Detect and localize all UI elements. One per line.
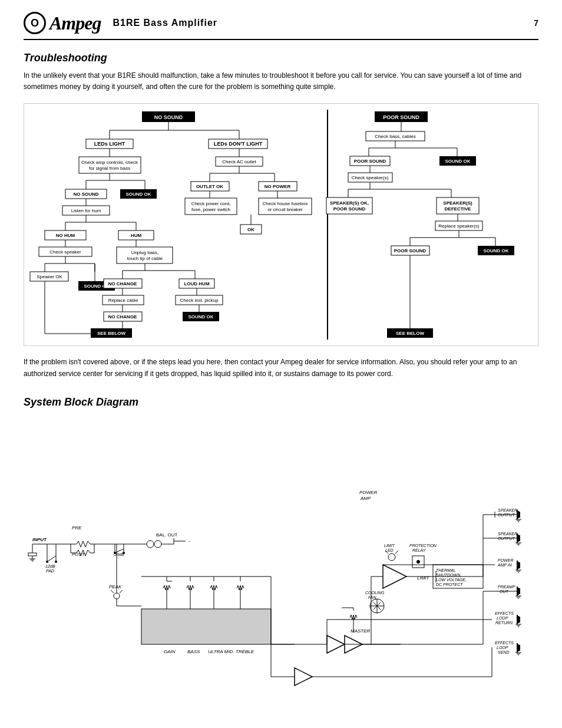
page-title: B1RE Bass Amplifier	[113, 18, 217, 28]
troubleshoot-svg: NO SOUND LEDs LIGHT LEDs DON'T LIGHT Che…	[27, 107, 540, 342]
svg-text:PREAMP: PREAMP	[498, 585, 515, 589]
svg-text:HUM: HUM	[131, 233, 142, 238]
svg-text:AMP: AMP	[360, 496, 371, 501]
svg-text:Check speaker: Check speaker	[49, 249, 81, 255]
svg-text:NO CHANGE: NO CHANGE	[108, 281, 138, 286]
middle-text: If the problem isn't covered above, or i…	[24, 357, 538, 379]
svg-text:POWER: POWER	[359, 490, 377, 495]
svg-text:SOUND OK: SOUND OK	[188, 314, 213, 319]
svg-text:OUTLET OK: OUTLET OK	[196, 184, 223, 189]
svg-text:NO SOUND: NO SOUND	[73, 192, 98, 197]
svg-marker-294	[295, 668, 312, 686]
svg-text:Replace cable: Replace cable	[108, 298, 138, 303]
svg-text:SEE BELOW: SEE BELOW	[396, 331, 424, 336]
block-diagram-title: System Block Diagram	[24, 396, 538, 409]
svg-text:SOUND OK: SOUND OK	[483, 248, 508, 253]
svg-text:POOR SOUND: POOR SOUND	[383, 114, 419, 120]
logo-circle: O	[24, 12, 46, 34]
svg-point-151	[46, 561, 48, 563]
svg-marker-204	[327, 635, 345, 653]
svg-line-178	[111, 590, 114, 593]
svg-text:LIMIT: LIMIT	[417, 575, 430, 581]
svg-text:POOR SOUND: POOR SOUND	[354, 159, 386, 164]
svg-point-177	[114, 593, 120, 599]
svg-point-165	[114, 552, 116, 554]
svg-line-149	[47, 556, 56, 562]
svg-text:for signal from bass: for signal from bass	[89, 166, 130, 171]
svg-text:LIMIT: LIMIT	[384, 543, 395, 548]
svg-text:ULTRA MID: ULTRA MID	[208, 649, 233, 654]
svg-text:→: →	[187, 539, 191, 543]
svg-text:DC PROTECT: DC PROTECT	[436, 582, 463, 587]
svg-text:RETURN: RETURN	[495, 621, 513, 625]
svg-text:LOW VOLTAGE,: LOW VOLTAGE,	[436, 578, 467, 582]
svg-text:THERMAL: THERMAL	[436, 568, 456, 572]
svg-text:POWER: POWER	[498, 558, 513, 562]
svg-text:SPEAKER: SPEAKER	[498, 532, 517, 536]
svg-point-220	[416, 560, 420, 564]
svg-text:Check bass, cables: Check bass, cables	[375, 134, 415, 139]
svg-marker-211	[383, 565, 406, 588]
svg-text:PROTECTION: PROTECTION	[409, 543, 437, 548]
svg-text:NO POWER: NO POWER	[265, 184, 291, 189]
svg-point-214	[388, 554, 395, 561]
svg-text:PRE: PRE	[72, 525, 82, 531]
svg-line-216	[395, 551, 398, 554]
svg-text:Speaker OK: Speaker OK	[37, 274, 62, 279]
svg-text:Listen for hum: Listen for hum	[71, 208, 101, 213]
svg-text:POOR SOUND: POOR SOUND	[333, 206, 366, 212]
svg-text:NO CHANGE: NO CHANGE	[108, 314, 138, 319]
troubleshooting-title: Troubleshooting	[24, 52, 538, 64]
svg-text:SOUND OK: SOUND OK	[125, 192, 151, 197]
svg-rect-182	[141, 609, 271, 644]
troubleshooting-diagram: NO SOUND LEDs LIGHT LEDs DON'T LIGHT Che…	[24, 103, 538, 346]
svg-text:Replace speaker(s): Replace speaker(s)	[438, 223, 480, 229]
brand-logo: Ampeg	[49, 12, 101, 34]
svg-text:RELAY: RELAY	[412, 548, 427, 552]
svg-point-169	[147, 541, 154, 548]
svg-text:or circuit breaker: or circuit breaker	[267, 207, 303, 212]
svg-text:PAD: PAD	[46, 569, 54, 573]
svg-text:SPEAKER(S) OK,: SPEAKER(S) OK,	[330, 200, 369, 206]
svg-text:POOR SOUND: POOR SOUND	[394, 248, 427, 253]
svg-point-170	[154, 541, 161, 548]
svg-text:Check house fusebox: Check house fusebox	[263, 201, 308, 206]
svg-text:AMP IN: AMP IN	[497, 563, 513, 567]
svg-text:LOOP: LOOP	[497, 645, 508, 650]
svg-text:LEDs LIGHT: LEDs LIGHT	[94, 141, 125, 147]
block-diagram-svg: INPUT -12dB PAD PRE POST	[24, 414, 536, 703]
svg-text:DEFECTIVE: DEFECTIVE	[445, 206, 472, 212]
page-number: 7	[534, 18, 538, 28]
svg-text:fuse, power switch: fuse, power switch	[191, 207, 230, 212]
svg-text:Check inst. pickup: Check inst. pickup	[180, 298, 219, 303]
svg-text:OK: OK	[247, 227, 254, 232]
svg-line-179	[120, 590, 123, 593]
svg-text:SOUND OK: SOUND OK	[445, 159, 470, 164]
svg-text:NO HUM: NO HUM	[56, 233, 75, 238]
svg-text:BAL. OUT: BAL. OUT	[156, 532, 178, 538]
svg-text:Check amp controls, check: Check amp controls, check	[81, 160, 138, 165]
svg-text:SEE BELOW: SEE BELOW	[97, 331, 125, 336]
svg-text:touch tip of cable: touch tip of cable	[127, 256, 163, 261]
page-header: O Ampeg B1RE Bass Amplifier 7	[24, 12, 538, 40]
svg-text:PEAK: PEAK	[109, 584, 122, 589]
svg-text:-12dB: -12dB	[44, 564, 55, 568]
svg-text:TREBLE: TREBLE	[236, 649, 254, 654]
svg-text:EFFECTS: EFFECTS	[495, 641, 514, 645]
block-diagram-container: INPUT -12dB PAD PRE POST	[24, 414, 538, 703]
svg-rect-140	[28, 553, 37, 556]
svg-text:LOOP: LOOP	[497, 616, 508, 620]
svg-text:COOLING: COOLING	[365, 591, 385, 595]
svg-text:EFFECTS: EFFECTS	[495, 611, 514, 615]
troubleshooting-intro: In the unlikely event that your B1RE sho…	[24, 70, 538, 93]
svg-text:Check speaker(s): Check speaker(s)	[352, 175, 389, 180]
svg-text:INPUT: INPUT	[32, 537, 47, 542]
svg-text:BASS: BASS	[187, 649, 200, 654]
svg-text:LEDs DON'T LIGHT: LEDs DON'T LIGHT	[214, 141, 263, 147]
svg-text:SEND: SEND	[498, 650, 509, 654]
svg-text:GAIN: GAIN	[164, 649, 176, 654]
svg-text:NO SOUND: NO SOUND	[154, 114, 183, 120]
svg-text:Check AC outlet: Check AC outlet	[222, 159, 256, 164]
svg-text:SPEAKER: SPEAKER	[498, 508, 517, 512]
svg-text:LOUD HUM: LOUD HUM	[184, 281, 209, 286]
